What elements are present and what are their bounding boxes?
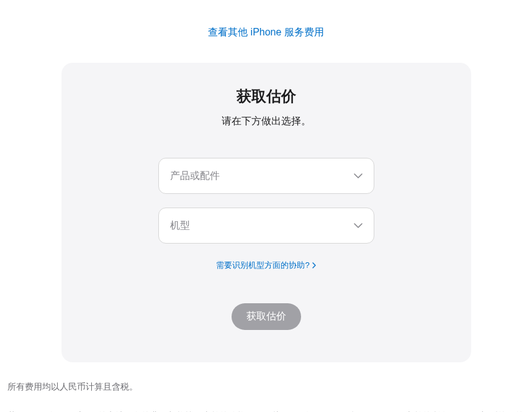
estimate-card: 获取估价 请在下方做出选择。 产品或配件 机型 需要识别机型方面的协助? 获取估…	[61, 63, 471, 362]
get-estimate-button[interactable]: 获取估价	[232, 303, 301, 330]
top-link-container: 查看其他 iPhone 服务费用	[0, 0, 532, 39]
footer-line-1: 所有费用均以人民币计算且含税。	[7, 378, 525, 395]
footer-disclaimer: 所有费用均以人民币计算且含税。 截至 2023 年 2 月底, 保外电池服务的费…	[0, 362, 532, 412]
chevron-right-icon	[312, 261, 316, 270]
identify-model-help-link[interactable]: 需要识别机型方面的协助?	[216, 260, 315, 271]
model-select-placeholder: 机型	[170, 219, 190, 232]
card-subtitle: 请在下方做出选择。	[91, 115, 441, 128]
other-service-fee-link[interactable]: 查看其他 iPhone 服务费用	[208, 27, 324, 37]
model-select[interactable]: 机型	[158, 208, 374, 244]
product-select[interactable]: 产品或配件	[158, 158, 374, 194]
product-select-placeholder: 产品或配件	[170, 170, 220, 183]
footer-line-2: 截至 2023 年 2 月底, 保外电池服务的费用都将按照当前的价格收取。从 2…	[7, 408, 525, 412]
chevron-down-icon	[354, 173, 363, 178]
help-link-label: 需要识别机型方面的协助?	[216, 260, 309, 271]
card-title: 获取估价	[91, 86, 441, 106]
chevron-down-icon	[354, 223, 363, 228]
